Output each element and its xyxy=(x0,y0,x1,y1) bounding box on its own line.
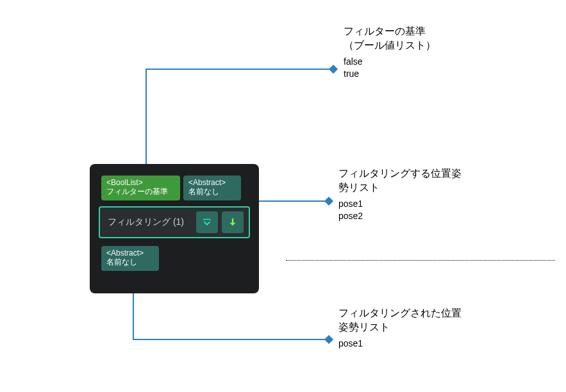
annotation-title-line: フィルターの基準 xyxy=(344,24,536,38)
annotation-item: false xyxy=(344,56,536,68)
port-name-label: 名前なし xyxy=(188,187,236,196)
collapse-icon[interactable] xyxy=(196,211,218,233)
annotation-pose-input: フィルタリングする位置姿 勢リスト pose1 pose2 xyxy=(338,167,531,222)
annotation-item: pose2 xyxy=(338,210,531,222)
annotation-item: pose1 xyxy=(338,338,531,350)
port-abstract-output[interactable]: <Abstract> 名前なし xyxy=(101,246,159,271)
svg-rect-1 xyxy=(203,219,211,220)
port-name-label: フィルターの基準 xyxy=(106,187,175,196)
annotation-title-line: フィルタリングする位置姿 xyxy=(338,167,531,181)
annotation-filter-basis: フィルターの基準 （ブール値リスト） false true xyxy=(344,24,536,80)
filter-operation-block[interactable]: フィルタリング (1) xyxy=(99,206,250,238)
port-type-label: <Abstract> xyxy=(106,249,154,257)
port-abstract-input[interactable]: <Abstract> 名前なし xyxy=(183,176,241,200)
annotation-title-line: （ブール値リスト） xyxy=(344,38,536,53)
filter-node[interactable]: <BoolList> フィルターの基準 <Abstract> 名前なし フィルタ… xyxy=(90,164,259,293)
annotation-title-line: 姿勢リスト xyxy=(338,320,531,334)
diagram-canvas: <BoolList> フィルターの基準 <Abstract> 名前なし フィルタ… xyxy=(0,0,566,392)
separator-line xyxy=(286,260,555,261)
port-bool-input[interactable]: <BoolList> フィルターの基準 xyxy=(101,176,180,200)
port-name-label: 名前なし xyxy=(106,257,154,266)
port-type-label: <BoolList> xyxy=(106,178,175,187)
port-type-label: <Abstract> xyxy=(188,178,236,187)
annotation-title-line: フィルタリングされた位置 xyxy=(338,306,531,320)
annotation-title-line: 勢リスト xyxy=(338,181,531,195)
annotation-item: true xyxy=(344,68,536,80)
annotation-item: pose1 xyxy=(338,198,531,210)
insert-down-icon[interactable] xyxy=(222,211,244,233)
operation-label: フィルタリング (1) xyxy=(108,216,184,228)
annotation-pose-output: フィルタリングされた位置 姿勢リスト pose1 xyxy=(338,306,531,350)
